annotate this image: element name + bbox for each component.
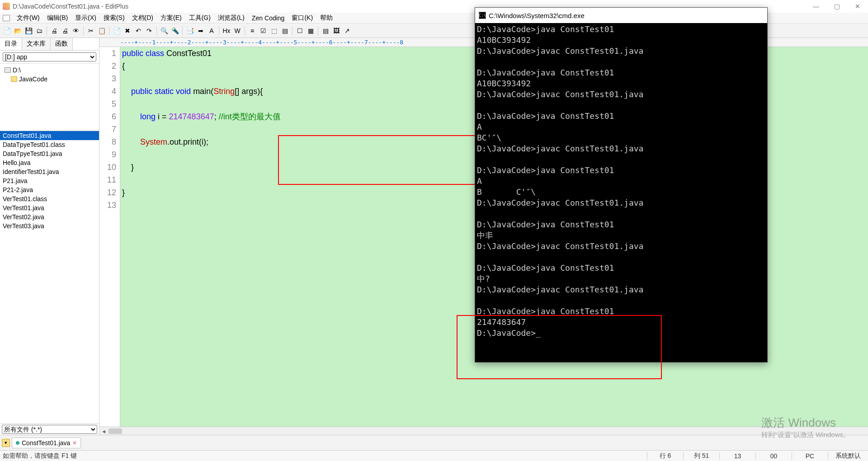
scroll-left-icon[interactable]: ◂ [99,428,108,435]
window-title: D:\JavaCode\ConstTest01.java - EditPlus [13,3,128,10]
toolbar-btn-14[interactable]: 🔦 [170,26,180,36]
tree-child[interactable]: JavaCode [0,75,99,84]
toolbar-separator [219,26,219,35]
toolbar-btn-11[interactable]: ↶ [133,26,143,36]
sidebar-tab-directory[interactable]: 目录 [0,38,22,50]
status-line: 行 6 [647,452,683,460]
toolbar-btn-17[interactable]: A [207,26,217,36]
toolbar-btn-10[interactable]: ✖ [123,26,132,36]
cmd-window[interactable]: C:\ C:\Windows\System32\cmd.exe D:\JavaC… [475,7,768,362]
tree-root[interactable]: D:\ [0,66,99,75]
toolbar-btn-9[interactable]: 📄 [112,26,122,36]
toolbar-separator [292,26,292,35]
toolbar-btn-24[interactable]: ☐ [295,26,305,36]
toolbar-btn-12[interactable]: ↷ [144,26,154,36]
toolbar-btn-22[interactable]: ⬚ [269,26,279,36]
toolbar-btn-26[interactable]: ▤ [321,26,330,36]
close-button[interactable]: ✕ [847,0,868,13]
document-tabs: ▾ ConstTest01.java ✕ [0,435,868,450]
drive-select[interactable]: [D:] app [3,52,96,61]
code-content[interactable]: public class ConstTest01{ public static … [120,47,281,427]
toolbar-btn-21[interactable]: ☑ [258,26,268,36]
file-item[interactable]: VerTest03.java [0,221,99,230]
file-item[interactable]: DataTpyeTest01.class [0,140,99,149]
cmd-title-text: C:\Windows\System32\cmd.exe [489,12,585,19]
toolbar-btn-19[interactable]: W [232,26,242,36]
toolbar-btn-16[interactable]: ➡ [196,26,206,36]
file-item[interactable]: IdentifierTest01.java [0,167,99,176]
status-enc: 系统默认 [828,452,868,460]
status-v2: 00 [755,452,792,460]
file-item[interactable]: VerTest02.java [0,212,99,221]
filter-select[interactable]: 所有文件 (*.*) [2,425,97,434]
file-item[interactable]: VerTest01.java [0,203,99,212]
file-item[interactable]: VerTest01.class [0,194,99,203]
menu-zencoding[interactable]: Zen Coding [249,14,288,23]
toolbar-btn-7[interactable]: ✂ [86,26,96,36]
toolbar-btn-1[interactable]: 📂 [13,26,23,36]
tab-close-icon[interactable]: ✕ [72,440,77,446]
line-gutter: 12345678910111213 [99,47,120,427]
tab-dot-icon [16,441,19,445]
toolbar-btn-8[interactable]: 📋 [97,26,107,36]
menu-search[interactable]: 搜索(S) [100,13,128,23]
sidebar-tab-cliptext[interactable]: 文本库 [22,38,51,50]
file-item[interactable]: P21-2.java [0,185,99,194]
toolbar-separator [156,26,157,35]
toolbar-separator [182,26,183,35]
sidebar: 目录 文本库 函数 [D:] app D:\ JavaCode ConstTes… [0,38,99,435]
toolbar-btn-28[interactable]: ↗ [342,26,352,36]
file-item[interactable]: P21.java [0,176,99,185]
toolbar-btn-2[interactable]: 💾 [24,26,33,36]
app-icon [3,3,10,10]
toolbar-separator [245,26,245,35]
file-list: ConstTest01.javaDataTpyeTest01.classData… [0,131,99,423]
window-controls: — ▢ ✕ [806,0,868,13]
cmd-body[interactable]: D:\JavaCode>java ConstTest01 A10BC393492… [475,23,767,362]
drive-icon [5,67,11,73]
menu-file[interactable]: 文件(W) [14,13,43,23]
minimize-button[interactable]: — [806,0,826,13]
menu-document[interactable]: 文档(D) [129,13,156,23]
file-item[interactable]: ConstTest01.java [0,131,99,140]
folder-icon [11,76,17,82]
status-mode: PC [792,452,828,460]
toolbar-btn-25[interactable]: ▦ [306,26,316,36]
menu-view[interactable]: 显示(X) [72,13,99,23]
menu-edit[interactable]: 编辑(B) [44,13,71,23]
menu-project[interactable]: 方案(E) [157,13,185,23]
cmd-title-bar[interactable]: C:\ C:\Windows\System32\cmd.exe [475,8,767,23]
toolbar-separator [83,26,84,35]
toolbar-btn-3[interactable]: 🗂 [34,26,44,36]
docs-folder-icon[interactable]: ▾ [2,439,10,447]
drive-combo[interactable]: [D:] app [0,51,99,64]
cmd-icon: C:\ [479,12,486,19]
tab-label: ConstTest01.java [22,439,70,447]
toolbar-btn-23[interactable]: ▤ [280,26,290,36]
file-item[interactable]: Hello.java [0,158,99,167]
toolbar-btn-15[interactable]: 📑 [185,26,195,36]
toolbar-btn-27[interactable]: 🖼 [331,26,341,36]
toolbar-btn-18[interactable]: Hx [222,26,231,36]
status-v1: 13 [719,452,755,460]
toolbar-btn-6[interactable]: 👁 [71,26,81,36]
menu-browser[interactable]: 浏览器(L) [215,13,248,23]
toolbar-btn-4[interactable]: 🖨 [49,26,59,36]
tab-consttest01[interactable]: ConstTest01.java ✕ [12,437,81,448]
toolbar-btn-5[interactable]: 🖨 [60,26,70,36]
menu-tools[interactable]: 工具(G) [186,13,214,23]
sidebar-tab-functions[interactable]: 函数 [51,38,73,50]
file-item[interactable]: DataTpyeTest01.java [0,149,99,158]
sidebar-tabs: 目录 文本库 函数 [0,38,99,51]
file-filter[interactable]: 所有文件 (*.*) [0,423,99,435]
menu-help[interactable]: 帮助 [317,13,336,23]
toolbar-btn-0[interactable]: 📄 [2,26,12,36]
toolbar-btn-20[interactable]: ≡ [247,26,257,36]
status-help: 如需帮助，请按键盘 F1 键 [0,452,647,460]
scroll-thumb[interactable] [108,428,122,434]
menu-window[interactable]: 窗口(K) [288,13,316,23]
maximize-button[interactable]: ▢ [826,0,847,13]
toolbar-btn-13[interactable]: 🔍 [159,26,169,36]
horizontal-scrollbar[interactable]: ◂ [99,427,868,435]
status-col: 列 51 [683,452,719,460]
